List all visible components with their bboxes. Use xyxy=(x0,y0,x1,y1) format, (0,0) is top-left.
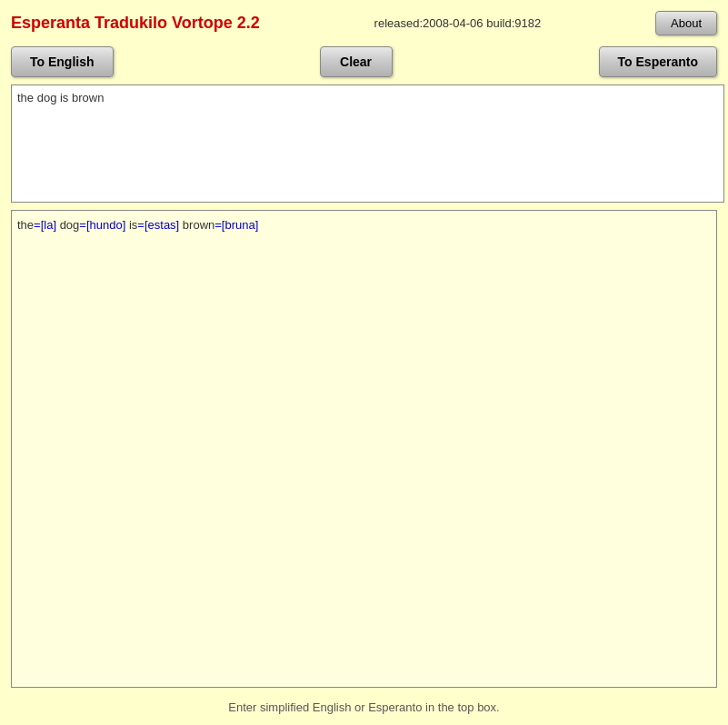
output-segment-bracket: = xyxy=(214,218,222,232)
footer-hint: Enter simplified English or Esperanto in… xyxy=(7,695,721,718)
output-segment-english: dog xyxy=(60,218,80,232)
app-title: Esperanta Tradukilo Vortope 2.2 xyxy=(11,14,260,33)
output-segment-bracket: = xyxy=(137,218,145,232)
output-segment-english: is xyxy=(129,218,137,232)
output-segment-bracket: [estas] xyxy=(145,218,179,232)
output-line: the=[la] dog=[hundo] is=[estas] brown=[b… xyxy=(17,216,711,235)
output-segment-bracket: = xyxy=(79,218,86,232)
toolbar-row: To English Clear To Esperanto xyxy=(7,43,721,84)
clear-button[interactable]: Clear xyxy=(320,46,393,77)
output-segment-bracket: [la] xyxy=(41,218,56,232)
app-container: Esperanta Tradukilo Vortope 2.2 released… xyxy=(0,0,728,725)
output-segment-bracket: [bruna] xyxy=(222,218,258,232)
header-row: Esperanta Tradukilo Vortope 2.2 released… xyxy=(7,7,721,43)
about-button[interactable]: About xyxy=(655,11,717,35)
output-segment-english: the xyxy=(17,218,34,232)
release-info: released:2008-04-06 build:9182 xyxy=(260,16,655,30)
output-segment-bracket: [hundo] xyxy=(86,218,125,232)
to-english-button[interactable]: To English xyxy=(11,46,114,77)
input-textarea[interactable] xyxy=(11,84,724,203)
output-segment-english: brown xyxy=(183,218,214,232)
output-segment-bracket: = xyxy=(34,218,41,232)
to-esperanto-button[interactable]: To Esperanto xyxy=(599,46,717,77)
output-area: the=[la] dog=[hundo] is=[estas] brown=[b… xyxy=(11,210,717,688)
